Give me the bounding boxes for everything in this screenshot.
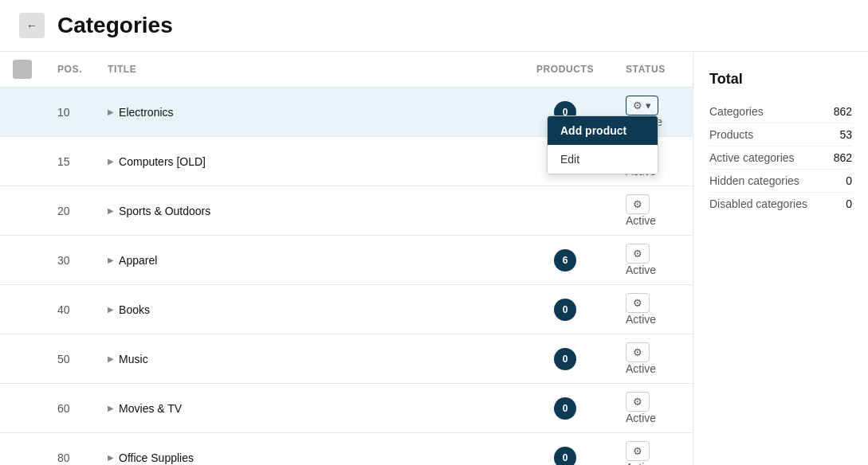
back-button[interactable]: ← <box>19 13 45 38</box>
row-products: 0 <box>517 285 613 334</box>
sidebar-stat-row: Hidden categories 0 <box>709 170 852 193</box>
sidebar-stat-row: Disabled categories 0 <box>709 193 852 215</box>
main-area: POS. TITLE PRODUCTS STATUS 10▶Electronic… <box>0 52 693 465</box>
back-icon: ← <box>26 19 37 32</box>
expand-arrow[interactable]: ▶ <box>108 107 114 116</box>
product-badge: 0 <box>554 447 576 466</box>
row-checkbox-cell <box>0 236 45 285</box>
gear-button[interactable]: ⚙ <box>626 392 650 412</box>
expand-arrow[interactable]: ▶ <box>108 453 114 462</box>
status-label: Active <box>626 412 656 424</box>
row-products: 0 <box>517 433 613 466</box>
table-header: POS. TITLE PRODUCTS STATUS <box>0 52 693 88</box>
product-badge: 6 <box>554 249 576 272</box>
col-check <box>0 52 45 88</box>
status-label: Active <box>626 214 656 227</box>
row-pos: 60 <box>45 384 95 433</box>
row-title[interactable]: ▶Computers [OLD] <box>95 137 517 186</box>
gear-button[interactable]: ⚙ <box>626 342 650 362</box>
row-status: ⚙ Active <box>613 433 693 466</box>
sidebar-stat-label: Products <box>709 128 753 141</box>
row-pos: 40 <box>45 285 95 334</box>
col-status: STATUS <box>613 52 693 88</box>
table-body: 10▶Electronics0 ⚙ ▾ Add product Edit Act… <box>0 88 693 466</box>
product-badge: 0 <box>554 348 576 370</box>
category-label: Office Supplies <box>119 451 194 464</box>
page-title: Categories <box>57 13 173 38</box>
row-title[interactable]: ▶Electronics <box>95 88 517 137</box>
category-label: Books <box>119 303 150 316</box>
sidebar-title: Total <box>709 71 852 88</box>
expand-arrow[interactable]: ▶ <box>108 157 114 166</box>
row-title[interactable]: ▶Office Supplies <box>95 433 517 466</box>
categories-table: POS. TITLE PRODUCTS STATUS 10▶Electronic… <box>0 52 693 465</box>
gear-button[interactable]: ⚙ <box>626 194 650 214</box>
row-checkbox-cell <box>0 433 45 466</box>
row-checkbox-cell <box>0 334 45 384</box>
row-pos: 30 <box>45 236 95 285</box>
gear-button[interactable]: ⚙ <box>626 441 650 461</box>
row-status: ⚙ Active <box>613 186 693 236</box>
expand-arrow[interactable]: ▶ <box>108 354 114 363</box>
status-label: Active <box>626 313 656 326</box>
row-products: 6 <box>517 236 613 285</box>
row-checkbox-cell <box>0 137 45 186</box>
add-product-item[interactable]: Add product <box>548 116 658 145</box>
category-label: Movies & TV <box>119 402 182 415</box>
row-products: 0 <box>517 384 613 433</box>
gear-button[interactable]: ⚙ ▾ <box>626 96 658 115</box>
status-label: Active <box>626 461 656 465</box>
category-label: Music <box>119 353 148 365</box>
expand-arrow[interactable]: ▶ <box>108 256 114 264</box>
category-label: Computers [OLD] <box>119 155 206 168</box>
sidebar-stat-value: 53 <box>839 128 852 141</box>
product-badge: 0 <box>554 397 576 420</box>
sidebar-stat-value: 862 <box>834 151 852 164</box>
edit-item[interactable]: Edit <box>548 145 658 174</box>
row-status: ⚙ Active <box>613 236 693 285</box>
sidebar-stat-row: Products 53 <box>709 123 852 147</box>
expand-arrow[interactable]: ▶ <box>108 404 114 412</box>
gear-icon: ⚙ <box>633 297 642 309</box>
row-checkbox-cell <box>0 186 45 236</box>
table-row: 10▶Electronics0 ⚙ ▾ Add product Edit Act… <box>0 88 693 137</box>
row-title[interactable]: ▶Books <box>95 285 517 334</box>
row-pos: 10 <box>45 88 95 137</box>
col-products: PRODUCTS <box>517 52 613 88</box>
gear-button[interactable]: ⚙ <box>626 244 650 264</box>
sidebar-stat-label: Active categories <box>709 151 795 164</box>
gear-icon: ⚙ <box>633 248 642 260</box>
row-title[interactable]: ▶Music <box>95 334 517 384</box>
select-all-checkbox[interactable] <box>13 60 32 79</box>
sidebar-rows: Categories 862 Products 53 Active catego… <box>709 100 852 215</box>
row-pos: 50 <box>45 334 95 384</box>
row-checkbox-cell <box>0 384 45 433</box>
sidebar-stat-label: Categories <box>709 105 764 118</box>
table-row: 50▶Music0 ⚙ Active <box>0 334 693 384</box>
row-title[interactable]: ▶Movies & TV <box>95 384 517 433</box>
gear-dropdown-container: ⚙ ▾ Add product Edit <box>626 96 658 115</box>
category-label: Sports & Outdoors <box>119 205 210 217</box>
col-title: TITLE <box>95 52 517 88</box>
expand-arrow[interactable]: ▶ <box>108 305 114 314</box>
row-title[interactable]: ▶Sports & Outdoors <box>95 186 517 236</box>
sidebar-stat-value: 0 <box>846 174 852 187</box>
sidebar-stat-label: Disabled categories <box>709 197 807 210</box>
chevron-down-icon: ▾ <box>646 100 651 111</box>
sidebar-stat-value: 0 <box>846 197 852 210</box>
row-checkbox-cell <box>0 88 45 137</box>
row-title[interactable]: ▶Apparel <box>95 236 517 285</box>
expand-arrow[interactable]: ▶ <box>108 206 114 215</box>
sidebar-stat-row: Active categories 862 <box>709 147 852 170</box>
row-status: ⚙ Active <box>613 285 693 334</box>
page: ← Categories POS. TITLE PRODUCTS STATUS <box>0 0 868 465</box>
row-status: ⚙ Active <box>613 334 693 384</box>
row-products: 0 <box>517 334 613 384</box>
row-status: ⚙ Active <box>613 384 693 433</box>
table-row: 40▶Books0 ⚙ Active <box>0 285 693 334</box>
gear-icon: ⚙ <box>633 396 642 408</box>
gear-button[interactable]: ⚙ <box>626 293 650 313</box>
sidebar: Total Categories 862 Products 53 Active … <box>693 52 868 465</box>
row-checkbox-cell <box>0 285 45 334</box>
sidebar-stat-value: 862 <box>834 105 852 118</box>
